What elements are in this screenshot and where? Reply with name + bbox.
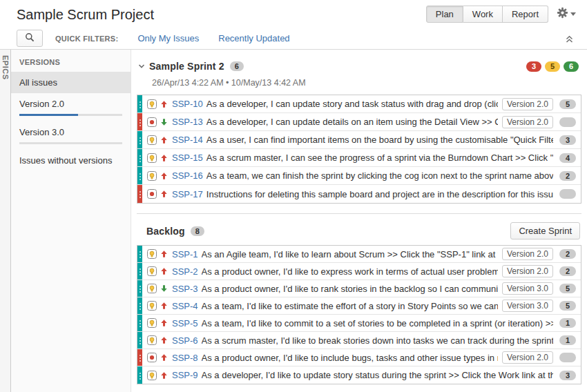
- quick-filter-link[interactable]: Only My Issues: [137, 33, 199, 43]
- issue-summary: Instructions for deleting this sample bo…: [206, 189, 553, 199]
- issue-row[interactable]: SSP-5As a team, I'd like to commit to a …: [137, 315, 581, 332]
- card-color-stripe: [137, 113, 142, 130]
- search-button[interactable]: [17, 30, 43, 47]
- estimate-badge[interactable]: 5: [559, 284, 576, 293]
- issue-key-link[interactable]: SSP-6: [172, 335, 198, 346]
- card-color-stripe: [137, 263, 142, 280]
- drag-grip-icon: [139, 194, 141, 195]
- issue-key-link[interactable]: SSP-8: [172, 353, 198, 363]
- sidebar-item-all-issues[interactable]: All issues: [11, 72, 131, 93]
- priority-major-icon: [160, 267, 168, 275]
- issue-summary: As a developer, I'd like to update story…: [202, 370, 553, 380]
- estimate-badge[interactable]: 2: [559, 249, 576, 259]
- estimate-badge[interactable]: [559, 353, 576, 362]
- sidebar-item-version-2-0[interactable]: Version 2.0: [11, 93, 131, 121]
- version-chip: Version 2.0: [502, 116, 553, 128]
- drag-grip-icon: [139, 104, 141, 106]
- sprint-collapse-icon[interactable]: [138, 63, 145, 70]
- priority-major-icon: [160, 319, 168, 327]
- issue-summary: As a product owner, I'd like to include …: [202, 353, 498, 363]
- version-chip: Version 2.0: [502, 351, 553, 364]
- story-type-icon: [147, 371, 157, 380]
- issue-summary: As a team, we can finish the sprint by c…: [206, 170, 553, 181]
- issue-row[interactable]: SSP-16As a team, we can finish the sprin…: [137, 167, 581, 185]
- issue-row[interactable]: SSP-17Instructions for deleting this sam…: [137, 185, 581, 203]
- card-color-stripe: [137, 149, 142, 166]
- story-type-icon: [147, 284, 157, 293]
- story-type-icon: [147, 99, 157, 109]
- issue-key-link[interactable]: SSP-15: [172, 153, 203, 163]
- plan-mode-main: Sample Sprint 2 6 356 26/Apr/13 4:22 AM …: [131, 50, 587, 392]
- priority-major-icon: [160, 302, 168, 310]
- issue-key-link[interactable]: SSP-3: [172, 284, 198, 294]
- sidebar-item-issues-without-versions[interactable]: Issues without versions: [11, 150, 131, 171]
- card-color-stripe: [137, 349, 142, 366]
- issue-key-link[interactable]: SSP-1: [172, 249, 198, 259]
- card-color-stripe: [137, 297, 142, 314]
- priority-major-icon: [160, 154, 168, 162]
- issue-row[interactable]: SSP-8As a product owner, I'd like to inc…: [137, 349, 581, 366]
- issue-summary: As a developer, I can update details on …: [206, 117, 498, 127]
- story-type-icon: [147, 153, 157, 163]
- quick-filter-link[interactable]: Recently Updated: [218, 33, 289, 43]
- estimate-badge[interactable]: 3: [559, 135, 576, 145]
- estimate-badge[interactable]: 5: [559, 301, 576, 311]
- drag-grip-icon: [139, 357, 141, 359]
- card-color-stripe: [137, 332, 142, 349]
- priority-major-icon: [160, 172, 168, 180]
- estimate-badge[interactable]: [559, 189, 576, 199]
- issue-row[interactable]: SSP-10As a developer, I can update story…: [137, 95, 581, 113]
- priority-major-icon: [160, 100, 168, 108]
- issue-key-link[interactable]: SSP-16: [172, 170, 203, 181]
- issue-row[interactable]: SSP-6As a scrum master, I'd like to brea…: [137, 332, 581, 349]
- collapse-tool-sections-icon[interactable]: [566, 34, 573, 46]
- estimate-badge[interactable]: 1: [559, 335, 576, 345]
- issue-row[interactable]: SSP-15As a scrum master, I can see the p…: [137, 149, 581, 167]
- issue-row[interactable]: SSP-3As a product owner, I'd like to ran…: [137, 280, 581, 297]
- issue-key-link[interactable]: SSP-9: [172, 370, 198, 380]
- issue-row[interactable]: SSP-2As a product owner, I'd like to exp…: [137, 263, 581, 280]
- story-type-icon: [147, 301, 157, 311]
- card-color-stripe: [137, 315, 142, 331]
- estimate-badge[interactable]: 3: [559, 371, 576, 380]
- board-settings-button[interactable]: [557, 7, 576, 21]
- card-color-stripe: [137, 95, 142, 112]
- issue-summary: As a developer, I can update story and t…: [206, 99, 498, 109]
- create-sprint-button[interactable]: Create Sprint: [510, 222, 580, 239]
- issue-key-link[interactable]: SSP-14: [172, 135, 203, 145]
- sprint-issue-count: 6: [230, 61, 244, 71]
- issue-key-link[interactable]: SSP-17: [172, 189, 203, 199]
- version-chip: Version 3.0: [502, 282, 553, 295]
- mode-tab-plan[interactable]: Plan: [426, 6, 463, 23]
- mode-tab-report[interactable]: Report: [503, 6, 548, 23]
- estimate-badge[interactable]: [559, 117, 576, 127]
- issue-key-link[interactable]: SSP-13: [172, 117, 203, 127]
- card-color-stripe: [137, 246, 142, 262]
- estimate-badge[interactable]: 2: [559, 171, 576, 181]
- issue-row[interactable]: SSP-13As a developer, I can update detai…: [137, 113, 581, 131]
- issue-row[interactable]: SSP-14As a user, I can find important it…: [137, 131, 581, 149]
- estimate-badge[interactable]: 2: [559, 266, 576, 276]
- issue-summary: As a product owner, I'd like to express …: [202, 266, 498, 277]
- issue-row[interactable]: SSP-4As a team, I'd like to estimate the…: [137, 297, 581, 315]
- story-type-icon: [147, 135, 157, 145]
- epics-tab[interactable]: EPICS: [0, 50, 11, 392]
- quick-filter-links: Only My IssuesRecently Updated: [118, 33, 289, 43]
- sidebar-item-version-3-0[interactable]: Version 3.0: [11, 121, 131, 150]
- issue-row[interactable]: SSP-1As an Agile team, I'd like to learn…: [137, 246, 581, 263]
- backlog-title: Backlog: [146, 226, 185, 237]
- estimate-badge[interactable]: 1: [559, 318, 576, 328]
- priority-major-icon: [160, 336, 168, 344]
- issue-key-link[interactable]: SSP-4: [172, 301, 198, 311]
- section-divider: [137, 213, 581, 214]
- issue-key-link[interactable]: SSP-5: [172, 318, 198, 329]
- estimate-badge[interactable]: 5: [559, 99, 576, 109]
- card-color-stripe: [137, 366, 142, 384]
- sprint-status-badge: 6: [564, 61, 579, 72]
- mode-tab-work[interactable]: Work: [463, 6, 503, 23]
- issue-row[interactable]: SSP-9As a developer, I'd like to update …: [137, 366, 581, 384]
- issue-key-link[interactable]: SSP-2: [172, 266, 198, 277]
- estimate-badge[interactable]: 4: [559, 153, 576, 163]
- issue-key-link[interactable]: SSP-10: [172, 99, 203, 109]
- sidebar-item-label: Version 2.0: [19, 99, 64, 109]
